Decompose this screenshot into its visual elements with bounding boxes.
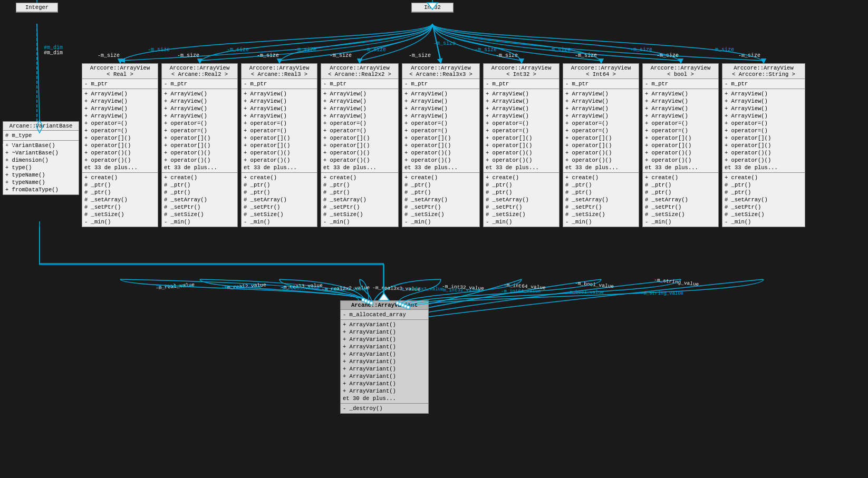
mreal-value-label: -m_real_value xyxy=(156,282,195,291)
integer-box: Integer xyxy=(16,3,58,13)
integer-title: Integer xyxy=(16,3,57,12)
msize-real3-label: -m_size xyxy=(257,53,279,58)
mreal3-value-label: -m_real3_value xyxy=(281,282,323,290)
row: + typeName() xyxy=(5,179,76,186)
msize-int64-label: -m_size xyxy=(575,53,597,58)
svg-line-1 xyxy=(432,24,441,61)
arrayvariant-title: Arcane::ArrayVariant xyxy=(341,301,428,310)
svg-marker-20 xyxy=(379,293,389,300)
arrayview-bool-box: Arccore::ArrayView< bool > - m_ptr + Arr… xyxy=(642,63,719,227)
svg-text:-m_string_value: -m_string_value xyxy=(641,291,683,296)
int32-box: Int32 xyxy=(411,3,454,13)
row: + fromDataType() xyxy=(5,186,76,193)
arrayview-string-box: Arccore::ArrayView< Arccore::String > - … xyxy=(722,63,805,227)
msize-real2-label: -m_size xyxy=(177,53,199,58)
row: + VariantBase() xyxy=(5,142,76,149)
svg-text:-m_size: -m_size xyxy=(475,47,497,53)
svg-line-11 xyxy=(432,24,441,63)
variantbase-title: Arcane::VariantBase xyxy=(3,122,79,131)
arrayview-real-title: Arccore::ArrayView< Real > xyxy=(82,64,158,79)
int32-title: Int32 xyxy=(412,3,453,12)
arrayview-real2-box: Arccore::ArrayView< Arcane::Real2 > - m_… xyxy=(161,63,238,227)
row: # m_type xyxy=(5,132,76,139)
mreal2-value-label: -m_real2_value xyxy=(224,282,266,291)
mstring-value-label: -m_string_value xyxy=(654,277,699,288)
svg-text:-m_size: -m_size xyxy=(364,47,386,53)
msize-bool-label: -m_size xyxy=(657,53,679,58)
msize-real-label: -m_size xyxy=(98,53,120,58)
integer-label: Integer xyxy=(25,4,49,11)
row: + ~VariantBase() xyxy=(5,149,76,157)
variantbase-attrs: # m_type xyxy=(3,131,79,141)
diagram-container: Integer Int32 #m_dim Arcane::VariantBase… xyxy=(0,0,868,478)
m-dim-label: #m_dim xyxy=(44,50,63,56)
svg-line-17 xyxy=(37,24,40,120)
svg-text:-m_size: -m_size xyxy=(433,41,456,46)
svg-text:-m_size: -m_size xyxy=(548,47,571,53)
mbool-value-label: -m_bool_value xyxy=(575,280,614,289)
msize-real3x3-label: -m_size xyxy=(409,53,431,58)
mint64-value-label: -m_int64_value xyxy=(504,282,546,291)
variantbase-box: Arcane::VariantBase # m_type + VariantBa… xyxy=(3,121,79,195)
svg-text:-m_size: -m_size xyxy=(630,47,652,53)
int32-label: Int32 xyxy=(424,4,441,11)
msize-int32-label: -m_size xyxy=(496,53,518,58)
svg-text:-m_size: -m_size xyxy=(712,47,734,53)
arrayvariant-box: Arcane::ArrayVariant - m_allocated_array… xyxy=(340,300,429,414)
arrayview-int64-box: Arccore::ArrayView< Int64 > - m_ptr + Ar… xyxy=(563,63,639,227)
arrayview-int32-box: Arccore::ArrayView< Int32 > - m_ptr + Ar… xyxy=(483,63,560,227)
mreal2x2-value-label: -m_real2x2_value xyxy=(322,285,370,292)
svg-text:-m_size: -m_size xyxy=(294,47,316,53)
arrayview-real2x2-box: Arccore::ArrayView< Arcane::Real2x2 > - … xyxy=(321,63,399,227)
mreal3x3-value-label: -m_real3x3_value xyxy=(372,285,421,292)
mint32-value-label: -m_int32_value xyxy=(442,284,484,291)
arrayview-real-box: Arccore::ArrayView< Real > - m_ptr + Arr… xyxy=(82,63,158,227)
row: + dimension() xyxy=(5,157,76,164)
row: + type() xyxy=(5,164,76,171)
msize-string-label: -m_size xyxy=(738,53,760,58)
row: + typeName() xyxy=(5,171,76,179)
arrayview-real3x3-box: Arccore::ArrayView< Arcane::Real3x3 > - … xyxy=(402,63,480,227)
type-label: type xyxy=(2,143,15,149)
svg-text:-m_bool_value: -m_bool_value xyxy=(567,290,604,295)
svg-text:-m_size: -m_size xyxy=(227,47,249,53)
msize-real2x2-label: -m_size xyxy=(330,53,352,58)
svg-text:-m_size: -m_size xyxy=(148,47,170,53)
arrayview-real3-box: Arccore::ArrayView< Arcane::Real3 > - m_… xyxy=(241,63,317,227)
